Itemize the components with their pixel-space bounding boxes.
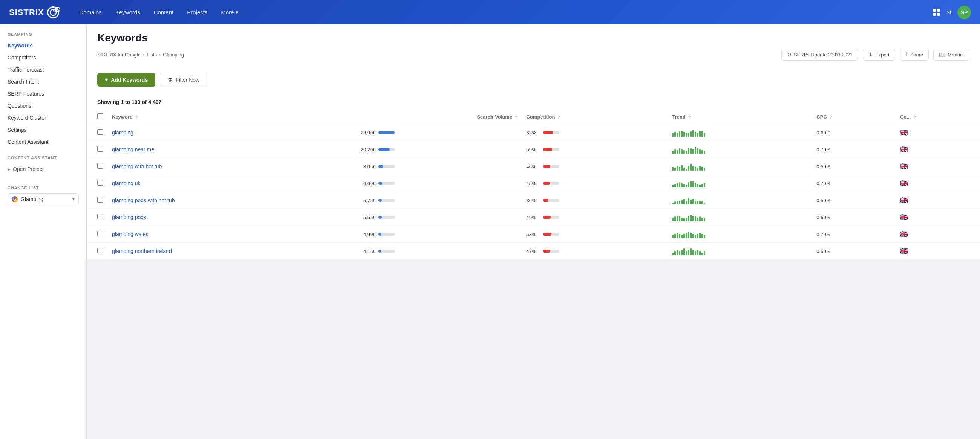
cpc-value: 0.70 £ [816, 181, 830, 186]
keyword-cell[interactable]: glamping near me [107, 141, 353, 158]
trend-cell [668, 209, 812, 226]
breadcrumb-sistrix[interactable]: SISTRIX for Google [97, 52, 141, 58]
manual-button[interactable]: 📖 Manual [933, 49, 969, 60]
keyword-cell[interactable]: glamping northern ireland [107, 243, 353, 260]
row-checkbox-cell[interactable] [87, 209, 107, 226]
trend-cell [668, 175, 812, 192]
sidebar-item-search-intent[interactable]: Search Intent [0, 76, 86, 88]
content-assistant-label: CONTENT ASSISTANT [0, 155, 86, 163]
cpc-help-icon[interactable]: ? [829, 115, 832, 119]
keyword-cell[interactable]: glamping [107, 124, 353, 141]
competition-bar [543, 216, 551, 219]
competition-help-icon[interactable]: ? [557, 115, 560, 119]
row-checkbox[interactable] [97, 163, 103, 169]
keyword-cell[interactable]: glamping wales [107, 226, 353, 243]
avatar[interactable]: SP [958, 6, 971, 19]
cpc-cell: 0.60 £ [812, 209, 896, 226]
row-checkbox[interactable] [97, 129, 103, 135]
keyword-cell[interactable]: glamping with hot tub [107, 158, 353, 175]
row-checkbox[interactable] [97, 197, 103, 203]
competition-cell: 53% [522, 226, 668, 243]
row-checkbox-cell[interactable] [87, 158, 107, 175]
nav-projects[interactable]: Projects [182, 7, 213, 18]
google-icon: G [12, 196, 18, 202]
sidebar-item-serp-features[interactable]: SERP Features [0, 88, 86, 100]
row-checkbox-cell[interactable] [87, 124, 107, 141]
row-checkbox-cell[interactable] [87, 141, 107, 158]
sidebar-item-questions[interactable]: Questions [0, 100, 86, 112]
share-button[interactable]: ⤴ Share [900, 49, 929, 60]
keyword-text[interactable]: glamping near me [112, 146, 154, 152]
list-selector[interactable]: G Glamping ▾ [8, 193, 79, 205]
competition-percent: 45% [527, 181, 540, 186]
export-button[interactable]: ⬇ Export [863, 49, 895, 60]
volume-bar-bg [379, 233, 395, 236]
breadcrumb-lists[interactable]: Lists [146, 52, 157, 58]
st-label[interactable]: St [947, 10, 951, 16]
select-all-checkbox[interactable] [97, 113, 103, 119]
competition-cell: 49% [522, 209, 668, 226]
country-cell: 🇬🇧 [896, 175, 980, 192]
keyword-cell[interactable]: glamping uk [107, 175, 353, 192]
keyword-cell[interactable]: glamping pods [107, 209, 353, 226]
country-flag: 🇬🇧 [900, 197, 908, 204]
row-checkbox-cell[interactable] [87, 175, 107, 192]
row-checkbox[interactable] [97, 231, 103, 236]
logo: SISTRIX [9, 6, 59, 19]
row-checkbox-cell[interactable] [87, 192, 107, 209]
sidebar-item-content-assistant[interactable]: Content Assistant [0, 136, 86, 148]
nav-keywords[interactable]: Keywords [110, 7, 145, 18]
nav-content[interactable]: Content [148, 7, 179, 18]
sidebar-item-traffic-forecast[interactable]: Traffic Forecast [0, 63, 86, 76]
row-checkbox[interactable] [97, 214, 103, 220]
competition-bar-bg [543, 199, 559, 202]
breadcrumb-sep-2: › [159, 52, 161, 58]
add-keywords-button[interactable]: + Add Keywords [97, 73, 155, 87]
trend-help-icon[interactable]: ? [688, 115, 690, 119]
keyword-text[interactable]: glamping pods with hot tub [112, 197, 175, 203]
row-checkbox-cell[interactable] [87, 243, 107, 260]
competition-percent: 46% [527, 164, 540, 170]
row-checkbox[interactable] [97, 146, 103, 152]
sidebar-item-settings[interactable]: Settings [0, 124, 86, 136]
trend-cell [668, 226, 812, 243]
competition-cell: 47% [522, 243, 668, 260]
keyword-text[interactable]: glamping pods [112, 214, 146, 220]
sidebar-item-competitors[interactable]: Competitors [0, 52, 86, 63]
row-checkbox[interactable] [97, 180, 103, 185]
serps-update-button[interactable]: ↻ SERPs Update 23.03.2021 [781, 49, 858, 60]
cpc-cell: 0.60 £ [812, 124, 896, 141]
nav-more[interactable]: More ▾ [216, 7, 243, 18]
keyword-text[interactable]: glamping [112, 130, 134, 136]
layout: GLAMPING Keywords Competitors Traffic Fo… [0, 24, 980, 439]
filter-now-button[interactable]: ⚗ Filter Now [160, 73, 207, 87]
trend-sparkline [672, 145, 807, 154]
keyword-text[interactable]: glamping uk [112, 180, 141, 186]
table-row: glamping 28,900 62% 0.60 £ [87, 124, 980, 141]
change-list-section: CHANGE LIST G Glamping ▾ [0, 181, 86, 205]
grid-icon[interactable] [933, 9, 940, 16]
sidebar-item-keyword-cluster[interactable]: Keyword Cluster [0, 112, 86, 124]
nav-domains[interactable]: Domains [74, 7, 107, 18]
row-checkbox-cell[interactable] [87, 226, 107, 243]
keyword-help-icon[interactable]: ? [135, 115, 138, 119]
select-all-header[interactable] [87, 109, 107, 124]
sidebar-item-keywords[interactable]: Keywords [0, 40, 86, 52]
row-checkbox[interactable] [97, 248, 103, 254]
keyword-text[interactable]: glamping with hot tub [112, 163, 162, 170]
volume-number: 5,550 [357, 215, 375, 220]
country-help-icon[interactable]: ? [913, 115, 916, 119]
volume-bar-bg [379, 131, 395, 134]
open-project[interactable]: Open Project [0, 163, 86, 175]
cpc-value: 0.70 £ [816, 231, 830, 237]
volume-number: 20,200 [357, 147, 375, 152]
trend-cell [668, 243, 812, 260]
keyword-text[interactable]: glamping northern ireland [112, 248, 172, 254]
competition-bar-bg [543, 216, 559, 219]
keyword-text[interactable]: glamping wales [112, 231, 148, 237]
breadcrumb-glamping: Glamping [163, 52, 184, 58]
keyword-cell[interactable]: glamping pods with hot tub [107, 192, 353, 209]
competition-bar [543, 182, 550, 185]
competition-bar [543, 148, 552, 151]
volume-help-icon[interactable]: ? [515, 115, 517, 119]
